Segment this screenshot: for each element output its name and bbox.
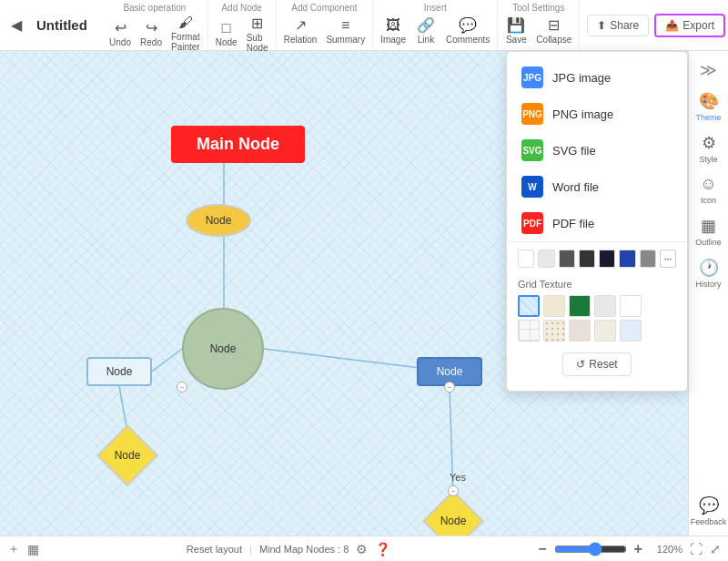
swatch-white[interactable]	[518, 250, 534, 268]
fit-screen-icon[interactable]: ⛶	[690, 542, 703, 556]
node-rect-right-label: Node	[437, 365, 463, 378]
undo-button[interactable]: ↩Undo	[106, 17, 135, 49]
sidebar-expand-button[interactable]: ≫	[696, 56, 721, 84]
export-png[interactable]: PNG PNG image	[507, 96, 687, 132]
export-icon: 📤	[665, 19, 679, 32]
swatch-gray[interactable]	[559, 250, 575, 268]
redo-button[interactable]: ↪Redo	[136, 17, 166, 49]
grid-swatch-10[interactable]	[620, 320, 642, 342]
share-button[interactable]: ⬆ Share	[587, 15, 649, 36]
swatch-midgray[interactable]	[640, 250, 656, 268]
node-main-label: Main Node	[197, 135, 279, 154]
sidebar-feedback-button[interactable]: 💬 Feedback	[691, 492, 727, 530]
collapse-button[interactable]: ⊟Collapse	[532, 15, 575, 46]
table-icon[interactable]: ▦	[27, 542, 39, 556]
swatch-darkgray[interactable]	[579, 250, 595, 268]
node-diamond-right[interactable]: Node	[417, 497, 490, 536]
node-oval[interactable]: Node	[186, 204, 251, 237]
grid-section-label: Grid Texture	[518, 279, 676, 290]
sub-node-button[interactable]: ⊞Sub Node	[243, 13, 272, 55]
sidebar-outline-label: Outline	[695, 238, 722, 247]
swatch-lightgray[interactable]	[538, 250, 554, 268]
group-tool-settings-items: 💾Save ⊟Collapse	[501, 13, 575, 48]
export-jpg[interactable]: JPG JPG image	[507, 59, 687, 96]
main-area: Main Node Node Node − − Node Node Node N…	[0, 51, 728, 536]
back-button[interactable]: ◀	[4, 0, 29, 50]
grid-swatch-5[interactable]	[620, 295, 642, 317]
group-insert-items: 🖼Image 🔗Link 💬Comments	[377, 13, 493, 48]
sidebar-style-button[interactable]: ⚙ Style	[691, 129, 727, 168]
zoom-plus-button[interactable]: +	[634, 541, 642, 557]
node-rect-left[interactable]: Node	[86, 357, 152, 386]
export-svg-label: SVG file	[552, 144, 596, 158]
group-tool-settings: Tool Settings 💾Save ⊟Collapse	[498, 0, 580, 50]
diamond-right-collapse[interactable]: −	[448, 485, 459, 496]
grid-swatch-8[interactable]	[569, 320, 591, 342]
group-add-component-items: ↗Relation ≡Summary	[280, 13, 369, 48]
sidebar-history-label: History	[695, 280, 721, 289]
fullscreen-icon[interactable]: ⤢	[710, 542, 721, 556]
sidebar-theme-button[interactable]: 🎨 Theme	[691, 87, 727, 126]
toolbar-right: ⬆ Share 📤 Export	[580, 0, 728, 50]
export-label: Export	[682, 19, 714, 32]
sub-node-icon: ⊞	[251, 15, 263, 32]
link-icon: 🔗	[417, 16, 435, 34]
export-word[interactable]: W Word file	[507, 168, 687, 205]
group-tool-settings-label: Tool Settings	[501, 3, 575, 13]
grid-row-1	[518, 295, 676, 317]
relation-button[interactable]: ↗Relation	[280, 15, 321, 46]
share-icon: ⬆	[597, 19, 606, 32]
grid-swatch-3[interactable]	[569, 295, 591, 317]
comments-icon: 💬	[459, 16, 477, 34]
circle-collapse-right[interactable]: −	[444, 382, 455, 393]
export-svg[interactable]: SVG SVG file	[507, 132, 687, 168]
grid-rows	[518, 295, 676, 342]
reset-label: Reset	[589, 358, 617, 371]
export-button[interactable]: 📤 Export	[654, 14, 725, 37]
grid-swatch-6[interactable]	[518, 320, 540, 342]
node-button[interactable]: □Node	[212, 18, 241, 49]
reset-button[interactable]: ↺ Reset	[562, 352, 631, 376]
swatch-more[interactable]: ···	[660, 250, 676, 268]
summary-button[interactable]: ≡Summary	[322, 15, 369, 46]
pdf-icon: PDF	[521, 212, 543, 234]
zoom-level: 120%	[657, 544, 682, 555]
comments-button[interactable]: 💬Comments	[442, 15, 493, 46]
settings-icon[interactable]: ⚙	[356, 542, 368, 556]
grid-swatch-1[interactable]	[518, 295, 540, 317]
node-circle[interactable]: Node	[182, 308, 264, 390]
grid-swatch-9[interactable]	[594, 320, 616, 342]
grid-swatch-7[interactable]	[543, 320, 565, 342]
reset-icon: ↺	[576, 358, 585, 371]
add-icon[interactable]: ＋	[7, 541, 20, 557]
swatch-blue[interactable]	[619, 250, 635, 268]
sidebar-right: ≫ 🎨 Theme ⚙ Style ☺ Icon ▦ Outline 🕐 His…	[688, 51, 728, 536]
sidebar-outline-button[interactable]: ▦ Outline	[691, 212, 727, 250]
node-diamond-left[interactable]: Node	[91, 432, 164, 479]
group-add-node: Add Node □Node ⊞Sub Node	[208, 0, 277, 50]
circle-collapse-left[interactable]: −	[177, 382, 187, 393]
zoom-minus-button[interactable]: −	[538, 541, 546, 557]
grid-swatch-4[interactable]	[594, 295, 616, 317]
svg-line-2	[152, 349, 182, 372]
group-add-component-label: Add Component	[280, 3, 369, 13]
format-painter-button[interactable]: 🖌Format Painter	[167, 13, 204, 54]
help-icon[interactable]: ❓	[375, 542, 390, 556]
grid-swatch-2[interactable]	[543, 295, 565, 317]
node-oval-label: Node	[206, 214, 232, 227]
toolbar: ◀ Untitled Basic operation ↩Undo ↪Redo 🖌…	[0, 0, 728, 51]
link-button[interactable]: 🔗Link	[411, 15, 440, 46]
reset-layout-button[interactable]: Reset layout	[187, 544, 242, 555]
save-button[interactable]: 💾Save	[501, 15, 531, 46]
group-add-node-label: Add Node	[212, 3, 272, 13]
export-pdf[interactable]: PDF PDF file	[507, 205, 687, 241]
sidebar-history-button[interactable]: 🕐 History	[691, 254, 727, 292]
node-main[interactable]: Main Node	[171, 126, 305, 163]
zoom-slider[interactable]	[554, 542, 627, 556]
image-button[interactable]: 🖼Image	[377, 15, 410, 46]
save-icon: 💾	[507, 16, 525, 34]
swatch-navy[interactable]	[599, 250, 615, 268]
node-rect-left-label: Node	[106, 365, 133, 378]
jpg-icon: JPG	[521, 66, 543, 88]
sidebar-icon-button[interactable]: ☺ Icon	[691, 171, 727, 209]
